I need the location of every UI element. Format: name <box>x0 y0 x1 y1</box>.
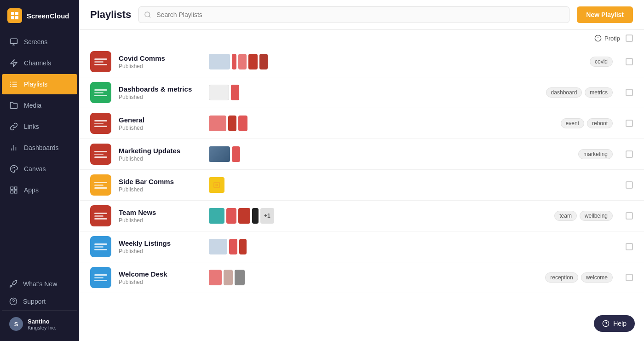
playlist-row[interactable]: Marketing Updates Published marketing <box>79 139 644 170</box>
row-checkbox[interactable] <box>626 58 633 65</box>
row-checkbox[interactable] <box>626 150 633 158</box>
playlist-tags: reception welcome <box>539 272 613 283</box>
playlist-info: Side Bar Comms Published <box>119 178 201 193</box>
playlist-name: Welcome Desk <box>119 270 201 278</box>
playlist-thumbnail <box>90 267 111 288</box>
svg-point-17 <box>12 168 12 169</box>
sidebar-item-screens[interactable]: Screens <box>2 32 77 52</box>
protip-button[interactable]: Protip <box>594 35 620 42</box>
svg-point-32 <box>216 184 218 186</box>
extra-count-badge: +1 <box>260 208 274 224</box>
playlist-thumbnail <box>90 51 111 72</box>
toolbar-row: Protip <box>79 30 644 46</box>
playlist-thumbnail <box>90 113 111 134</box>
avatar: S <box>9 317 23 331</box>
playlist-row[interactable]: Welcome Desk Published reception welcome <box>79 262 644 293</box>
playlist-row[interactable]: Side Bar Comms Published <box>79 170 644 201</box>
playlist-status: Published <box>119 217 201 224</box>
user-info: Santino Kingsley Inc. <box>28 318 56 330</box>
playlist-info: General Published <box>119 116 201 131</box>
sidebar-item-support[interactable]: Support <box>2 293 77 310</box>
svg-point-13 <box>10 86 11 87</box>
user-name: Santino <box>28 318 56 325</box>
grid-icon <box>9 185 18 195</box>
playlist-thumbnail <box>90 205 111 226</box>
svg-point-26 <box>145 12 150 17</box>
playlist-tags: dashboard metrics <box>539 87 613 98</box>
playlist-info: Weekly Listings Published <box>119 239 201 254</box>
playlist-list: Covid Comms Published covid Dashboards &… <box>79 46 644 341</box>
svg-marker-7 <box>11 60 17 67</box>
playlist-status: Published <box>119 125 201 131</box>
playlist-thumbnail <box>90 236 111 257</box>
new-playlist-button[interactable]: New Playlist <box>577 6 633 23</box>
svg-point-12 <box>10 84 11 85</box>
svg-point-19 <box>14 167 15 168</box>
playlist-tags: marketing <box>539 149 613 159</box>
playlist-previews <box>209 116 532 131</box>
list-icon <box>9 80 18 89</box>
playlist-info: Covid Comms Published <box>119 54 201 69</box>
rocket-icon <box>9 280 17 288</box>
row-checkbox[interactable] <box>626 243 633 250</box>
tag: dashboard <box>546 87 582 98</box>
playlist-info: Team News Published <box>119 208 201 224</box>
playlist-status: Published <box>119 63 201 69</box>
help-button[interactable]: Help <box>594 315 635 332</box>
sidebar-item-links[interactable]: Links <box>2 116 77 137</box>
media-label: Media <box>24 102 41 109</box>
sidebar-item-channels[interactable]: Channels <box>2 53 77 73</box>
sidebar-item-canvas[interactable]: Canvas <box>2 159 77 179</box>
playlist-tags: team wellbeing <box>539 211 613 221</box>
row-checkbox[interactable] <box>626 181 633 189</box>
bar-chart-icon <box>9 143 18 152</box>
page-title: Playlists <box>90 9 131 21</box>
playlist-status: Published <box>119 248 201 254</box>
sidebar-item-whats-new[interactable]: What's New <box>2 275 77 293</box>
row-checkbox[interactable] <box>626 120 633 127</box>
help-icon <box>602 320 610 327</box>
row-checkbox[interactable] <box>626 89 633 96</box>
canvas-label: Canvas <box>24 165 46 173</box>
playlist-row[interactable]: Dashboards & metrics Published dashboard… <box>79 77 644 108</box>
playlist-name: Dashboards & metrics <box>119 85 201 93</box>
sidebar-item-media[interactable]: Media <box>2 95 77 116</box>
playlists-label: Playlists <box>24 81 47 88</box>
monitor-icon <box>9 37 18 46</box>
svg-rect-20 <box>11 187 13 189</box>
svg-rect-1 <box>15 12 18 15</box>
search-input[interactable] <box>138 6 569 23</box>
logo[interactable]: ScreenCloud <box>0 0 79 31</box>
playlist-name: Marketing Updates <box>119 147 201 155</box>
row-checkbox[interactable] <box>626 212 633 220</box>
select-all-checkbox[interactable] <box>626 35 633 42</box>
sidebar-item-playlists[interactable]: Playlists <box>2 74 77 94</box>
playlist-name: Covid Comms <box>119 54 201 62</box>
app-name: ScreenCloud <box>27 12 69 20</box>
playlist-previews <box>209 239 532 254</box>
playlist-name: Side Bar Comms <box>119 178 201 185</box>
playlist-row[interactable]: Covid Comms Published covid <box>79 46 644 77</box>
playlist-thumbnail <box>90 174 111 196</box>
playlist-row[interactable]: Team News Published +1 team wellbeing <box>79 201 644 231</box>
playlist-row[interactable]: General Published event reboot <box>79 108 644 139</box>
playlist-info: Dashboards & metrics Published <box>119 85 201 100</box>
tag: reboot <box>587 118 613 128</box>
playlist-info: Welcome Desk Published <box>119 270 201 285</box>
zap-icon <box>9 58 18 68</box>
user-area[interactable]: S Santino Kingsley Inc. <box>2 310 77 337</box>
svg-point-18 <box>12 167 13 168</box>
whats-new-label: What's New <box>23 280 57 288</box>
playlist-name: Team News <box>119 208 201 216</box>
tag: reception <box>545 272 578 283</box>
sidebar-item-apps[interactable]: Apps <box>2 180 77 200</box>
playlist-previews <box>209 177 532 193</box>
folder-icon <box>9 101 18 110</box>
playlist-info: Marketing Updates Published <box>119 147 201 162</box>
links-label: Links <box>24 123 39 130</box>
sidebar-item-dashboards[interactable]: Dashboards <box>2 138 77 158</box>
svg-rect-21 <box>15 187 17 189</box>
row-checkbox[interactable] <box>626 274 633 281</box>
tag: event <box>561 118 584 128</box>
playlist-row[interactable]: Weekly Listings Published <box>79 231 644 262</box>
